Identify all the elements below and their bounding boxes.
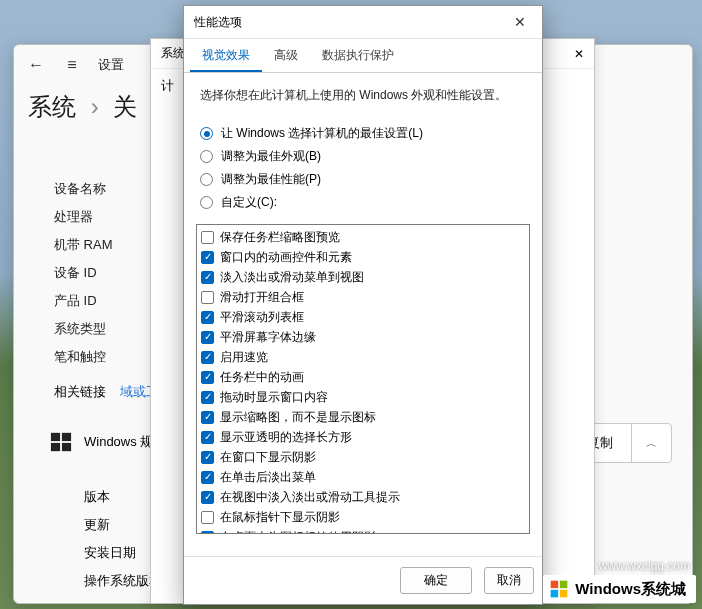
svg-rect-7	[560, 590, 568, 598]
checkbox-option[interactable]: 任务栏中的动画	[201, 367, 525, 387]
radio-option[interactable]: 调整为最佳性能(P)	[200, 168, 526, 191]
ok-button[interactable]: 确定	[400, 567, 472, 594]
checkbox-icon	[201, 231, 214, 244]
radio-icon	[200, 150, 213, 163]
checkbox-icon	[201, 271, 214, 284]
radio-icon	[200, 173, 213, 186]
checkbox-label: 在桌面上为图标标签使用阴影	[220, 528, 376, 534]
dialog-description: 选择你想在此计算机上使用的 Windows 外观和性能设置。	[184, 73, 542, 122]
svg-rect-0	[51, 433, 60, 441]
crumb-sep: ›	[91, 93, 99, 120]
close-icon[interactable]: ✕	[508, 12, 532, 32]
related-label: 相关链接	[54, 384, 106, 399]
checkbox-icon	[201, 291, 214, 304]
radio-option[interactable]: 自定义(C):	[200, 191, 526, 214]
tab-dep[interactable]: 数据执行保护	[310, 39, 406, 72]
checkbox-label: 保存任务栏缩略图预览	[220, 228, 340, 246]
svg-rect-5	[560, 581, 568, 589]
dialog-tabs: 视觉效果 高级 数据执行保护	[184, 39, 542, 73]
checkbox-option[interactable]: 淡入淡出或滑动菜单到视图	[201, 267, 525, 287]
related-links: 相关链接 域或工	[54, 383, 159, 401]
checkbox-label: 滑动打开组合框	[220, 288, 304, 306]
checkbox-option[interactable]: 平滑屏幕字体边缘	[201, 327, 525, 347]
checkbox-option[interactable]: 启用速览	[201, 347, 525, 367]
device-specs-list: 设备名称 处理器 机带 RAM 设备 ID 产品 ID 系统类型 笔和触控	[54, 175, 113, 371]
checkbox-label: 在单击后淡出菜单	[220, 468, 316, 486]
brand-logo-icon	[549, 579, 569, 599]
checkbox-label: 淡入淡出或滑动菜单到视图	[220, 268, 364, 286]
radio-icon	[200, 127, 213, 140]
windows-logo-icon	[50, 431, 72, 453]
checkbox-icon	[201, 411, 214, 424]
checkbox-option[interactable]: 平滑滚动列表框	[201, 307, 525, 327]
checkbox-icon	[201, 251, 214, 264]
checkbox-option[interactable]: 保存任务栏缩略图预览	[201, 227, 525, 247]
watermark-brand: Windows系统城	[543, 575, 696, 603]
checkbox-option[interactable]: 滑动打开组合框	[201, 287, 525, 307]
checkbox-icon	[201, 351, 214, 364]
settings-title: 设置	[98, 56, 124, 74]
radio-option[interactable]: 让 Windows 选择计算机的最佳设置(L)	[200, 122, 526, 145]
dialog-titlebar: 性能选项 ✕	[184, 6, 542, 39]
checkbox-icon	[201, 331, 214, 344]
dialog-footer: 确定 取消	[184, 556, 542, 604]
checkbox-label: 在窗口下显示阴影	[220, 448, 316, 466]
checkbox-label: 显示缩略图，而不是显示图标	[220, 408, 376, 426]
svg-rect-4	[551, 581, 559, 589]
cancel-button[interactable]: 取消	[484, 567, 534, 594]
checkbox-option[interactable]: 在鼠标指针下显示阴影	[201, 507, 525, 527]
checkbox-icon	[201, 311, 214, 324]
chevron-up-icon[interactable]: ︿	[632, 426, 671, 461]
watermark-url: www.wxclgg.com	[599, 559, 690, 573]
checkbox-option[interactable]: 在桌面上为图标标签使用阴影	[201, 527, 525, 534]
svg-rect-2	[51, 443, 60, 451]
checkbox-option[interactable]: 在单击后淡出菜单	[201, 467, 525, 487]
spec-row: 笔和触控	[54, 343, 113, 371]
checkbox-icon	[201, 511, 214, 524]
brand-text: Windows系统城	[575, 580, 686, 599]
back-icon[interactable]: ←	[26, 55, 46, 75]
menu-icon[interactable]: ≡	[62, 55, 82, 75]
spec-row: 设备 ID	[54, 259, 113, 287]
svg-rect-3	[62, 443, 71, 451]
windows-spec-label: Windows 规	[84, 433, 153, 451]
checkbox-label: 在视图中淡入淡出或滑动工具提示	[220, 488, 400, 506]
effects-listbox[interactable]: 保存任务栏缩略图预览窗口内的动画控件和元素淡入淡出或滑动菜单到视图滑动打开组合框…	[196, 224, 530, 534]
radio-option[interactable]: 调整为最佳外观(B)	[200, 145, 526, 168]
checkbox-label: 拖动时显示窗口内容	[220, 388, 328, 406]
checkbox-label: 任务栏中的动画	[220, 368, 304, 386]
tab-visual-effects[interactable]: 视觉效果	[190, 39, 262, 72]
close-icon[interactable]: ✕	[574, 47, 584, 61]
checkbox-option[interactable]: 拖动时显示窗口内容	[201, 387, 525, 407]
sysprop-title: 系统	[161, 45, 185, 62]
checkbox-option[interactable]: 窗口内的动画控件和元素	[201, 247, 525, 267]
spec-row: 产品 ID	[54, 287, 113, 315]
radio-icon	[200, 196, 213, 209]
windows-spec-header: Windows 规	[50, 431, 153, 453]
dialog-title: 性能选项	[194, 14, 242, 31]
checkbox-icon	[201, 531, 214, 535]
checkbox-label: 窗口内的动画控件和元素	[220, 248, 352, 266]
crumb-system[interactable]: 系统	[28, 93, 76, 120]
checkbox-icon	[201, 491, 214, 504]
performance-options-dialog: 性能选项 ✕ 视觉效果 高级 数据执行保护 选择你想在此计算机上使用的 Wind…	[183, 5, 543, 605]
spec-row: 系统类型	[54, 315, 113, 343]
checkbox-option[interactable]: 显示缩略图，而不是显示图标	[201, 407, 525, 427]
checkbox-label: 启用速览	[220, 348, 268, 366]
checkbox-icon	[201, 391, 214, 404]
spec-row: 设备名称	[54, 175, 113, 203]
checkbox-icon	[201, 431, 214, 444]
checkbox-label: 显示亚透明的选择长方形	[220, 428, 352, 446]
radio-group: 让 Windows 选择计算机的最佳设置(L)调整为最佳外观(B)调整为最佳性能…	[184, 122, 542, 222]
checkbox-option[interactable]: 显示亚透明的选择长方形	[201, 427, 525, 447]
tab-advanced[interactable]: 高级	[262, 39, 310, 72]
checkbox-icon	[201, 371, 214, 384]
spec-row: 机带 RAM	[54, 231, 113, 259]
checkbox-option[interactable]: 在窗口下显示阴影	[201, 447, 525, 467]
crumb-about: 关	[113, 93, 137, 120]
checkbox-option[interactable]: 在视图中淡入淡出或滑动工具提示	[201, 487, 525, 507]
radio-label: 调整为最佳性能(P)	[221, 171, 321, 188]
checkbox-label: 平滑滚动列表框	[220, 308, 304, 326]
spec-row: 处理器	[54, 203, 113, 231]
radio-label: 自定义(C):	[221, 194, 277, 211]
